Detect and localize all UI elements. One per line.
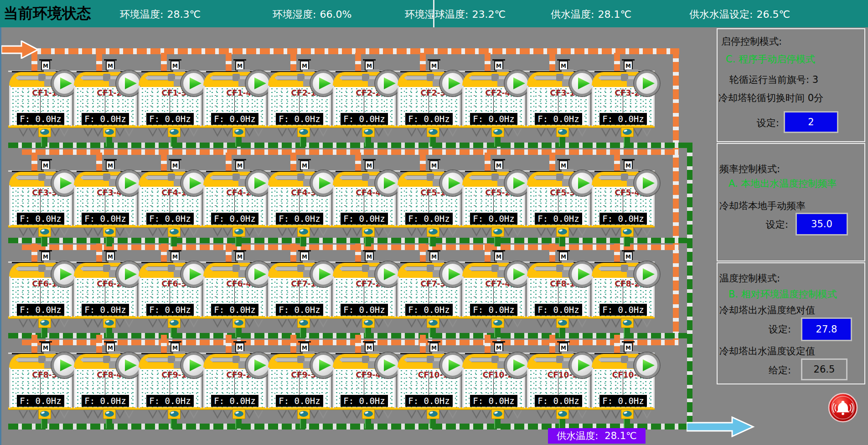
temperature-mode: B. 相对环境温度控制模式 [728,288,837,301]
fan-run-button[interactable] [569,353,595,378]
basin-pump [556,127,569,137]
frequency-display: F: 0.0Hz [535,213,582,225]
cooling-tower: M CF8-1 F: 0.0Hz [527,240,590,338]
fan-run-button[interactable] [440,170,465,196]
fan-run-button[interactable] [181,170,207,196]
fan-run-button[interactable] [310,261,336,287]
humidity-label: 环境湿度: [273,9,316,20]
fan-run-button[interactable] [634,71,660,96]
frequency-display: F: 0.0Hz [405,304,453,316]
basin-pump [232,227,245,237]
basin-pump [362,318,375,328]
fan-run-button[interactable] [505,353,530,378]
supply-drop-pipe [549,335,555,355]
frequency-display: F: 0.0Hz [535,304,582,316]
fan-run-button[interactable] [375,261,401,287]
basin-pump [621,127,634,137]
fan-run-button[interactable] [116,71,142,96]
supply-drop-pipe [355,335,361,355]
basin-pump [491,409,504,419]
fan-run-button[interactable] [569,170,595,196]
pump-outlet-pipe [429,137,436,147]
supply-drop-pipe [614,153,620,173]
fan-run-button[interactable] [375,353,401,378]
basin-pump [491,318,504,328]
fan-run-button[interactable] [505,71,530,96]
fan-run-button[interactable] [116,261,142,287]
frequency-display: F: 0.0Hz [211,395,258,407]
fan-run-button[interactable] [116,170,142,196]
temperature-set-input[interactable]: 27.8 [801,317,852,341]
fan-run-button[interactable] [440,261,465,287]
basin-pump [621,409,634,419]
fan-run-button[interactable] [569,261,595,287]
fan-run-button[interactable] [246,170,271,196]
start-stop-title: 启停控制模式: [721,35,782,48]
pump-outlet-pipe [429,419,436,429]
fan-run-button[interactable] [52,71,77,96]
fan-run-button[interactable] [52,353,77,378]
pump-outlet-pipe [41,419,47,429]
cooling-tower: M CF6-1 F: 0.0Hz [9,240,72,338]
fan-run-button[interactable] [246,261,271,287]
basin-pump [168,409,181,419]
fan-run-play-icon [513,177,525,189]
temperature-given-input[interactable]: 26.5 [801,358,847,380]
supply-temp-badge-value: 28.1℃ [604,430,636,441]
cooling-tower: M CF5-1 F: 0.0Hz [398,149,460,247]
fan-run-button[interactable] [569,71,595,96]
fan-run-button[interactable] [310,71,336,96]
basin-pump [103,409,116,419]
supply-setpoint-reading: 供水水温设定:26.5℃ [689,8,790,21]
supply-drop-pipe [420,53,426,73]
fan-run-button[interactable] [310,353,336,378]
fan-run-button[interactable] [440,353,465,378]
fan-run-play-icon [643,177,655,189]
fan-run-button[interactable] [181,353,207,378]
fan-run-button[interactable] [375,170,401,196]
fan-run-play-icon [578,177,590,189]
fan-run-button[interactable] [634,353,660,378]
frequency-display: F: 0.0Hz [470,304,517,316]
fan-run-button[interactable] [181,261,207,287]
frequency-display: F: 0.0Hz [405,395,453,407]
pump-outlet-pipe [41,137,47,147]
pump-outlet-pipe [494,137,501,147]
fan-run-button[interactable] [52,170,77,196]
fan-run-button[interactable] [505,261,530,287]
basin-pump [168,127,181,137]
switch-time-set-input[interactable]: 2 [784,111,838,133]
frequency-display: F: 0.0Hz [470,113,517,125]
frequency-display: F: 0.0Hz [276,395,323,407]
cooling-tower: M CF6-4 F: 0.0Hz [203,240,266,338]
fan-run-button[interactable] [440,71,465,96]
fan-run-button[interactable] [246,353,271,378]
frequency-set-input[interactable]: 35.0 [796,213,848,235]
fan-run-button[interactable] [116,353,142,378]
frequency-display: F: 0.0Hz [211,304,258,316]
cooling-tower: M CF7-3 F: 0.0Hz [398,240,460,338]
fan-run-button[interactable] [52,261,77,287]
temperature-given-label: 给定: [769,364,791,377]
frequency-display: F: 0.0Hz [17,113,64,125]
wetbulb-reading: 环境湿球温度:23.2℃ [405,8,506,21]
fan-run-button[interactable] [375,71,401,96]
fan-run-play-icon [643,359,655,371]
temperature-set-label: 设定: [769,323,791,336]
fan-run-button[interactable] [181,71,207,96]
basin-pump [168,318,181,328]
supply-drop-pipe [485,53,491,73]
fan-run-button[interactable] [310,170,336,196]
fan-run-button[interactable] [505,170,530,196]
supply-drop-pipe [226,335,232,355]
frequency-display: F: 0.0Hz [341,213,388,225]
cooling-tower: M CF7-1 F: 0.0Hz [268,240,331,338]
fan-run-play-icon [319,268,331,280]
alarm-button[interactable] [828,393,858,423]
fan-run-button[interactable] [634,170,660,196]
cooling-tower: M CF2-4 F: 0.0Hz [462,49,525,147]
cooling-tower: M CF4-3 F: 0.0Hz [268,149,331,247]
fan-run-button[interactable] [246,71,271,96]
pump-outlet-pipe [300,137,306,147]
fan-run-button[interactable] [634,261,660,287]
